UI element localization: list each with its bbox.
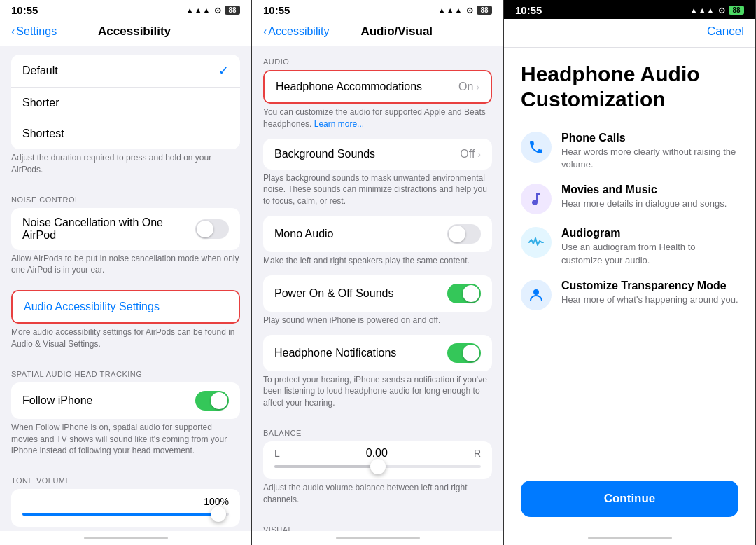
balance-value: 0.00 <box>366 447 388 460</box>
cancel-button[interactable]: Cancel <box>707 25 744 39</box>
p3-nav: Cancel <box>504 19 755 48</box>
headphone-notif-item[interactable]: Headphone Notifications <box>263 335 492 371</box>
toggle-thumb <box>197 221 214 237</box>
balance-desc: Adjust the audio volume balance between … <box>252 479 503 514</box>
home-bar-1 <box>84 537 168 539</box>
audiogram-text: Audiogram Use an audiogram from Health t… <box>561 227 738 266</box>
tone-volume-label-row: 100% <box>22 496 229 507</box>
panel-2: 10:55 ▲▲▲ ⊙ 88 ‹ Accessibility Audio/Vis… <box>252 0 504 545</box>
home-indicator-2 <box>252 531 503 545</box>
mono-audio-label: Mono Audio <box>274 228 447 240</box>
power-sounds-wrapper: Power On & Off Sounds <box>263 275 492 312</box>
bg-sounds-value: Off <box>460 148 475 160</box>
duration-list: Default ✓ Shorter Shortest <box>11 55 240 149</box>
nav-bar-2: ‹ Accessibility Audio/Visual <box>252 19 503 46</box>
back-label-2[interactable]: Accessibility <box>268 25 329 38</box>
scroll-content-1[interactable]: Default ✓ Shorter Shortest Adjust the du… <box>0 46 251 531</box>
audio-accessibility-label: Audio Accessibility Settings <box>24 301 227 313</box>
headphone-accommodations-value: On <box>458 81 473 93</box>
headphone-notif-toggle[interactable] <box>447 343 481 363</box>
back-button-1[interactable]: ‹ Settings <box>11 25 57 38</box>
list-item-shorter[interactable]: Shorter <box>11 88 240 118</box>
list-item-shortest[interactable]: Shortest <box>11 118 240 149</box>
audiogram-title: Audiogram <box>561 227 738 240</box>
power-sounds-toggle[interactable] <box>447 284 481 303</box>
noise-cancellation-item[interactable]: Noise Cancellation with One AirPod <box>11 208 240 250</box>
status-bar-1: 10:55 ▲▲▲ ⊙ 88 <box>0 0 251 19</box>
wifi-icon-3: ⊙ <box>718 6 725 15</box>
phone-calls-desc: Hear words more clearly without raising … <box>561 146 738 171</box>
power-sounds-item[interactable]: Power On & Off Sounds <box>263 275 492 312</box>
mono-audio-toggle[interactable] <box>447 224 481 244</box>
bg-sounds-chevron: › <box>477 149 481 160</box>
feature-item-audiogram: Audiogram Use an audiogram from Health t… <box>521 227 738 266</box>
follow-iphone-label: Follow iPhone <box>22 394 195 407</box>
audio-accessibility-item[interactable]: Audio Accessibility Settings <box>13 291 239 322</box>
movies-music-text: Movies and Music Hear more details in di… <box>561 184 727 210</box>
home-indicator-1 <box>0 531 251 545</box>
headphone-accommodations-highlight: Headphone Accommodations On › <box>263 70 492 104</box>
noise-cancellation-toggle[interactable] <box>195 219 229 239</box>
home-bar-3 <box>588 537 672 539</box>
noise-section-header: NOISE CONTROL <box>0 184 251 208</box>
feature-list: Phone Calls Hear words more clearly with… <box>521 132 738 469</box>
back-button-2[interactable]: ‹ Accessibility <box>263 25 329 38</box>
home-indicator-3 <box>504 531 755 545</box>
svg-point-0 <box>533 289 539 295</box>
chevron-left-icon-1: ‹ <box>11 25 15 38</box>
headphone-notif-wrapper: Headphone Notifications <box>263 335 492 371</box>
headphone-accommodations-wrapper: Headphone Accommodations On › <box>263 70 492 104</box>
nav-title-1: Accessibility <box>57 25 212 39</box>
headphone-accommodations-label: Headphone Accommodations <box>276 81 458 93</box>
status-icons-1: ▲▲▲ ⊙ 88 <box>186 6 240 15</box>
balance-thumb[interactable] <box>370 459 386 474</box>
tone-volume-percent: 100% <box>204 496 229 507</box>
learn-more-link[interactable]: Learn more... <box>314 119 364 129</box>
feature-item-movies: Movies and Music Hear more details in di… <box>521 184 738 214</box>
status-bar-2: 10:55 ▲▲▲ ⊙ 88 <box>252 0 503 19</box>
panel-3: 10:55 ▲▲▲ ⊙ 88 Cancel Headphone Audio Cu… <box>504 0 756 545</box>
headphone-accommodations-item[interactable]: Headphone Accommodations On › <box>265 71 491 102</box>
tone-volume-track[interactable] <box>22 513 229 516</box>
phone-calls-icon <box>521 132 552 163</box>
nav-title-2: Audio/Visual <box>329 25 464 39</box>
movies-music-icon <box>521 184 552 214</box>
follow-iphone-toggle[interactable] <box>195 391 229 411</box>
back-label-1[interactable]: Settings <box>16 25 57 38</box>
audio-section-header: AUDIO <box>252 46 503 70</box>
noise-group: Noise Cancellation with One AirPod <box>11 208 240 250</box>
continue-button[interactable]: Continue <box>521 481 738 517</box>
bg-sounds-item[interactable]: Background Sounds Off › <box>263 139 492 170</box>
shorter-label: Shorter <box>22 97 229 109</box>
spatial-section-header: SPATIAL AUDIO HEAD TRACKING <box>0 359 251 382</box>
text-size-group: Default ✓ Shorter Shortest <box>11 55 240 149</box>
headphone-notif-label: Headphone Notifications <box>274 347 447 359</box>
balance-section-header: BALANCE <box>252 418 503 441</box>
tone-volume-thumb[interactable] <box>211 506 226 522</box>
bg-sounds-label: Background Sounds <box>274 148 460 160</box>
shortest-label: Shortest <box>22 127 229 140</box>
list-item-default[interactable]: Default ✓ <box>11 55 240 88</box>
follow-iphone-item[interactable]: Follow iPhone <box>11 382 240 419</box>
power-sounds-desc: Play sound when iPhone is powered on and… <box>252 312 503 335</box>
status-time-1: 10:55 <box>11 4 38 16</box>
mono-audio-item[interactable]: Mono Audio <box>263 216 492 252</box>
default-checkmark: ✓ <box>218 63 229 78</box>
noise-list: Noise Cancellation with One AirPod <box>11 208 240 250</box>
phone-calls-title: Phone Calls <box>561 132 738 144</box>
p3-main: Headphone Audio Customization Phone Call… <box>504 48 755 531</box>
headphone-notif-thumb <box>463 345 479 361</box>
scroll-content-2[interactable]: AUDIO Headphone Accommodations On › You … <box>252 46 503 531</box>
signal-icon-3: ▲▲▲ <box>690 6 715 15</box>
nav-bar-1: ‹ Settings Accessibility <box>0 19 251 46</box>
headphone-desc-text: You can customize the audio for supporte… <box>263 107 486 129</box>
signal-icon-1: ▲▲▲ <box>186 6 211 15</box>
spatial-list: Follow iPhone <box>11 382 240 419</box>
wifi-icon-2: ⊙ <box>466 6 473 15</box>
wifi-icon-1: ⊙ <box>214 6 221 15</box>
battery-icon-2: 88 <box>477 6 492 15</box>
transparency-desc: Hear more of what's happening around you… <box>561 294 738 306</box>
power-sounds-list: Power On & Off Sounds <box>263 275 492 312</box>
spatial-desc: When Follow iPhone is on, spatial audio … <box>0 419 251 465</box>
balance-track[interactable] <box>274 465 481 468</box>
